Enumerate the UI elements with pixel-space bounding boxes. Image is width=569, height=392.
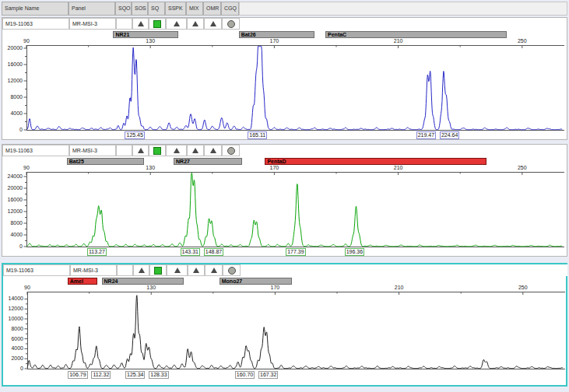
sos-flag-cell[interactable]	[133, 264, 149, 276]
mix-flag-cell[interactable]	[187, 18, 204, 30]
sqo-flag-cell[interactable]	[116, 18, 132, 30]
sample-name-cell: M19-11063	[2, 145, 69, 156]
sspk-flag-cell[interactable]	[166, 18, 187, 30]
cgq-flag-circle-icon	[227, 147, 235, 155]
marker-bar-bat25[interactable]: Bat25	[67, 158, 145, 165]
sample-row[interactable]: M19-11063MR-MSI-3	[2, 18, 567, 30]
table-header-row: Sample NamePanelSQOSOSSQSSPKMIXOMRCGQ	[2, 2, 567, 16]
cgq-flag-cell[interactable]	[223, 264, 241, 276]
sample-row[interactable]: M19-11063MR-MSI-3	[2, 145, 567, 156]
x-tick-label: 90	[23, 165, 30, 171]
sample-name-cell: M19-11063	[3, 264, 70, 276]
mix-flag-triangle-icon	[192, 21, 198, 26]
y-tick-label: 2000	[5, 355, 23, 362]
electropherogram-plot[interactable]	[23, 292, 567, 369]
cgq-flag-cell[interactable]	[222, 145, 240, 156]
sq-flag-cell[interactable]	[149, 145, 166, 156]
x-tick-label: 210	[394, 38, 403, 44]
peak-size-label[interactable]: 125.45	[125, 131, 144, 139]
marker-bar-nr24[interactable]: NR24	[102, 278, 184, 285]
y-tick-label: 8000	[5, 326, 23, 332]
peak-size-label[interactable]: 177.39	[286, 248, 305, 256]
peak-size-label[interactable]: 113.27	[87, 248, 107, 256]
x-tick-label: 130	[146, 285, 156, 291]
sqo-flag-cell[interactable]	[116, 145, 132, 156]
column-header-sample-name: Sample Name	[2, 2, 68, 16]
sq-flag-square-icon	[153, 147, 161, 155]
y-tick-label: 20000	[4, 185, 23, 191]
sos-flag-cell[interactable]	[132, 145, 149, 156]
sspk-flag-triangle-icon	[174, 21, 180, 26]
y-tick-label: 8000	[4, 94, 23, 100]
y-tick-label: 12000	[4, 78, 23, 84]
marker-bar-pentad[interactable]: PentaD	[265, 158, 486, 165]
sq-flag-cell[interactable]	[149, 264, 167, 276]
y-tick-label: 0	[4, 127, 23, 133]
marker-bar-nr21[interactable]: NR21	[113, 31, 178, 38]
peak-size-label[interactable]: 219.47	[416, 131, 436, 139]
peak-size-label[interactable]: 106.79	[68, 371, 87, 379]
panel-cell: MR-MSI-3	[69, 145, 116, 156]
sample-row[interactable]: M19-11063MR-MSI-3	[3, 264, 567, 276]
x-tick-label: 90	[24, 285, 30, 291]
marker-bar-mono27[interactable]: Mono27	[220, 278, 293, 285]
cgq-flag-circle-icon	[228, 267, 236, 275]
peak-size-label[interactable]: 128.33	[149, 371, 168, 379]
peak-size-label[interactable]: 167.32	[258, 371, 278, 379]
cgq-flag-cell[interactable]	[222, 18, 240, 30]
peak-size-label[interactable]: 112.32	[91, 371, 111, 379]
peak-size-label[interactable]: 148.87	[204, 248, 223, 256]
y-tick-label: 6000	[5, 336, 23, 342]
peak-size-label[interactable]: 143.31	[181, 248, 200, 256]
sos-flag-triangle-icon	[138, 148, 144, 153]
sq-flag-cell[interactable]	[149, 18, 166, 30]
column-header-sq: SQ	[148, 2, 165, 16]
mix-flag-cell[interactable]	[187, 145, 204, 156]
x-tick-label: 250	[518, 165, 527, 171]
column-header-panel: Panel	[68, 2, 115, 16]
y-tick-label: 24000	[4, 173, 23, 180]
sqo-flag-cell[interactable]	[117, 264, 133, 276]
sspk-flag-triangle-icon	[174, 148, 180, 153]
omr-flag-cell[interactable]	[205, 264, 223, 276]
marker-bar-pentac[interactable]: PentaC	[325, 31, 507, 38]
sspk-flag-cell[interactable]	[167, 264, 188, 276]
peak-size-label[interactable]: 196.36	[345, 248, 364, 256]
application-window: Sample NamePanelSQOSOSSQSSPKMIXOMRCGQ M1…	[0, 0, 569, 392]
x-tick-label: 250	[518, 38, 527, 44]
mix-flag-cell[interactable]	[188, 264, 205, 276]
column-header-sqo: SQO	[115, 2, 132, 16]
peak-size-label[interactable]: 125.34	[125, 371, 145, 379]
electropherogram-plot[interactable]	[23, 45, 566, 131]
column-header-cgq: CGQ	[221, 2, 239, 16]
y-tick-label: 8000	[4, 220, 23, 226]
column-header-filler	[239, 2, 567, 16]
sos-flag-cell[interactable]	[132, 18, 149, 30]
x-tick-label: 170	[270, 38, 279, 44]
y-tick-label: 14000	[5, 296, 23, 302]
x-tick-label: 210	[394, 165, 403, 171]
marker-bar-amel[interactable]: Amel	[68, 278, 97, 285]
omr-flag-cell[interactable]	[204, 145, 222, 156]
peak-size-label[interactable]: 160.70	[235, 371, 255, 379]
sample-section-2: M19-11063MR-MSI-3Bat25NR27PentaD90130170…	[2, 144, 567, 257]
x-tick-label: 130	[146, 38, 155, 44]
y-tick-label: 16000	[4, 61, 23, 68]
omr-flag-cell[interactable]	[204, 18, 222, 30]
sos-flag-triangle-icon	[138, 21, 144, 26]
omr-flag-triangle-icon	[211, 268, 217, 273]
x-tick-label: 90	[23, 38, 30, 44]
omr-flag-triangle-icon	[210, 148, 216, 153]
marker-bar-bat26[interactable]: Bat26	[239, 31, 315, 38]
sq-flag-square-icon	[153, 20, 161, 28]
omr-flag-triangle-icon	[210, 21, 216, 26]
electropherogram-plot[interactable]	[23, 172, 566, 247]
mix-flag-triangle-icon	[193, 268, 199, 273]
sspk-flag-cell[interactable]	[166, 145, 187, 156]
column-header-sspk: SSPK	[165, 2, 186, 16]
sq-flag-square-icon	[154, 267, 162, 275]
marker-bar-nr27[interactable]: NR27	[174, 158, 242, 165]
peak-size-label[interactable]: 224.64	[440, 131, 459, 139]
peak-size-label[interactable]: 165.11	[248, 131, 267, 139]
trace-line	[27, 296, 563, 369]
